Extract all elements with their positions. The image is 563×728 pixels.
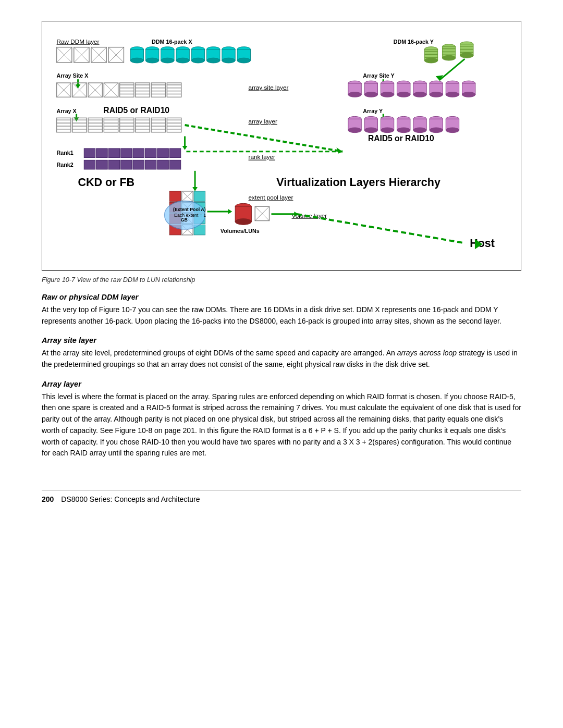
figure-caption: Figure 10-7 View of the raw DDM to LUN r… — [42, 276, 521, 283]
ckd-fb-label: CKD or FB — [78, 176, 135, 189]
svg-rect-221 — [194, 191, 205, 202]
array-layer-label: array layer — [249, 118, 277, 125]
svg-rect-191 — [145, 149, 156, 158]
svg-rect-190 — [133, 149, 144, 158]
raid-label-right: RAID5 or RAID10 — [368, 134, 434, 143]
svg-point-175 — [413, 128, 426, 133]
svg-rect-193 — [169, 149, 180, 158]
array-x-label: Array X — [57, 108, 77, 114]
diagram: Raw DDM layer DDM 16-pack X DDM 16-pack … — [47, 27, 516, 266]
section-raw-ddm-heading: Raw or physical DDM layer — [42, 293, 521, 301]
svg-point-98 — [364, 92, 377, 97]
volumes-luns-label: Volumes/LUNs — [221, 228, 260, 234]
rank-layer-label: rank layer — [249, 153, 275, 160]
extent-pool-label: extent pool layer — [249, 194, 293, 201]
svg-point-18 — [145, 58, 158, 63]
svg-point-163 — [348, 128, 361, 133]
section-raw-ddm-body: At the very top of Figure 10-7 you can s… — [42, 304, 521, 327]
array-layer-y — [348, 116, 459, 132]
section-array-site: Array site layer At the array site level… — [42, 336, 521, 370]
svg-point-113 — [446, 92, 459, 97]
svg-rect-189 — [121, 149, 132, 158]
array-site-layer-label: array site layer — [249, 84, 289, 91]
svg-point-42 — [424, 58, 437, 63]
svg-point-36 — [237, 58, 250, 63]
section-raw-ddm: Raw or physical DDM layer At the very to… — [42, 293, 521, 327]
svg-rect-186 — [84, 149, 95, 158]
svg-rect-187 — [96, 149, 107, 158]
svg-rect-188 — [108, 149, 119, 158]
section-array-layer: Array layer This level is where the form… — [42, 380, 521, 459]
svg-point-104 — [397, 92, 410, 97]
svg-point-233 — [235, 219, 251, 225]
svg-point-169 — [381, 128, 394, 133]
svg-point-101 — [381, 92, 394, 97]
figure-box: Raw DDM layer DDM 16-pack X DDM 16-pack … — [42, 21, 521, 271]
section-array-layer-heading: Array layer — [42, 380, 521, 388]
svg-rect-200 — [157, 160, 168, 169]
rank2-label: Rank2 — [57, 162, 74, 168]
virt-title: Virtualization Layers Hierarchy — [276, 176, 440, 189]
svg-point-21 — [161, 58, 174, 63]
svg-text:Each extent = 1: Each extent = 1 — [174, 213, 206, 218]
array-site-y-label: Array Site Y — [363, 72, 395, 79]
svg-point-166 — [364, 128, 377, 133]
page-number: 200 — [42, 495, 54, 503]
svg-rect-194 — [84, 160, 95, 169]
host-label: Host — [470, 237, 495, 250]
diagram-svg: Raw DDM layer DDM 16-pack X DDM 16-pack … — [47, 27, 516, 266]
ddm-y-label: DDM 16-pack Y — [394, 39, 434, 45]
svg-rect-201 — [169, 160, 180, 169]
section-array-layer-body: This level is where the format is placed… — [42, 391, 521, 459]
svg-rect-205 — [169, 191, 180, 202]
svg-point-30 — [207, 58, 220, 63]
svg-point-24 — [176, 58, 189, 63]
svg-rect-196 — [108, 160, 119, 169]
svg-point-54 — [460, 53, 473, 58]
svg-point-33 — [222, 58, 235, 63]
svg-point-95 — [348, 92, 361, 97]
page-content: Raw DDM layer DDM 16-pack X DDM 16-pack … — [0, 0, 563, 535]
svg-point-110 — [430, 92, 443, 97]
svg-point-172 — [397, 128, 410, 133]
svg-rect-198 — [133, 160, 144, 169]
array-site-x-label: Array Site X — [57, 72, 89, 79]
svg-point-107 — [413, 92, 426, 97]
book-title: DS8000 Series: Concepts and Architecture — [61, 495, 200, 503]
svg-point-15 — [130, 58, 143, 63]
rank1-label: Rank1 — [57, 150, 74, 156]
svg-rect-0 — [47, 30, 516, 264]
section-array-site-body: At the array site level, predetermined g… — [42, 348, 521, 370]
svg-point-178 — [430, 128, 443, 133]
svg-point-116 — [462, 92, 475, 97]
svg-text:GB: GB — [181, 217, 188, 223]
svg-rect-195 — [96, 160, 107, 169]
raw-ddm-label: Raw DDM layer — [57, 38, 100, 45]
ddm-x-label: DDM 16-pack X — [152, 39, 192, 45]
footer: 200 DS8000 Series: Concepts and Architec… — [42, 490, 521, 503]
svg-point-181 — [446, 128, 459, 133]
svg-point-27 — [191, 58, 204, 63]
svg-point-48 — [442, 55, 455, 60]
array-y-label: Array Y — [363, 108, 383, 114]
section-array-site-heading: Array site layer — [42, 336, 521, 344]
svg-rect-192 — [157, 149, 168, 158]
svg-rect-197 — [121, 160, 132, 169]
svg-rect-199 — [145, 160, 156, 169]
svg-text:(Extent Pool A): (Extent Pool A) — [173, 207, 206, 212]
raid-label-left: RAID5 or RAID10 — [103, 106, 169, 115]
